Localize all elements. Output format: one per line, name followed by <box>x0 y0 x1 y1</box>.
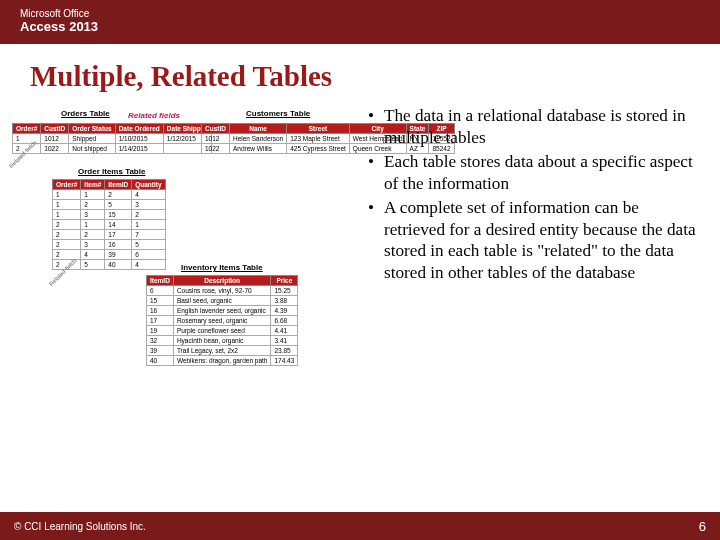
th: Order Status <box>69 124 115 134</box>
page-title: Multiple, Related Tables <box>30 60 720 93</box>
orders-table: Order# CustID Order Status Date Ordered … <box>12 123 212 154</box>
th: Date Ordered <box>115 124 163 134</box>
bullet-item: Each table stores data about a specific … <box>368 151 700 194</box>
customers-label: Customers Table <box>246 109 310 118</box>
header-line1: Microsoft Office <box>20 8 700 19</box>
header-line2: Access 2013 <box>20 19 700 34</box>
footer-bar: © CCI Learning Solutions Inc. 6 <box>0 512 720 540</box>
diagram-area: Orders Table Related fields Customers Ta… <box>6 105 366 286</box>
order-items-table: Order#Item#ItemIDQuantity 1124 1253 1315… <box>52 179 166 270</box>
bullet-item: The data in a relational database is sto… <box>368 105 700 148</box>
th: CustID <box>41 124 69 134</box>
th: Order# <box>13 124 41 134</box>
orders-label: Orders Table <box>61 109 110 118</box>
copyright-text: © CCI Learning Solutions Inc. <box>14 521 146 532</box>
page-number: 6 <box>699 519 706 534</box>
header-bar: Microsoft Office Access 2013 <box>0 0 720 44</box>
content-area: Orders Table Related fields Customers Ta… <box>0 105 720 286</box>
related-fields-label: Related fields <box>128 111 180 120</box>
order-items-label: Order Items Table <box>78 167 145 176</box>
bullet-item: A complete set of information can be ret… <box>368 197 700 283</box>
inventory-table: ItemIDDescriptionPrice 6Cousins rose, vi… <box>146 275 298 366</box>
bullet-list: The data in a relational database is sto… <box>368 105 700 283</box>
bullet-area: The data in a relational database is sto… <box>366 105 700 286</box>
inventory-label: Inventory Items Table <box>181 263 263 272</box>
